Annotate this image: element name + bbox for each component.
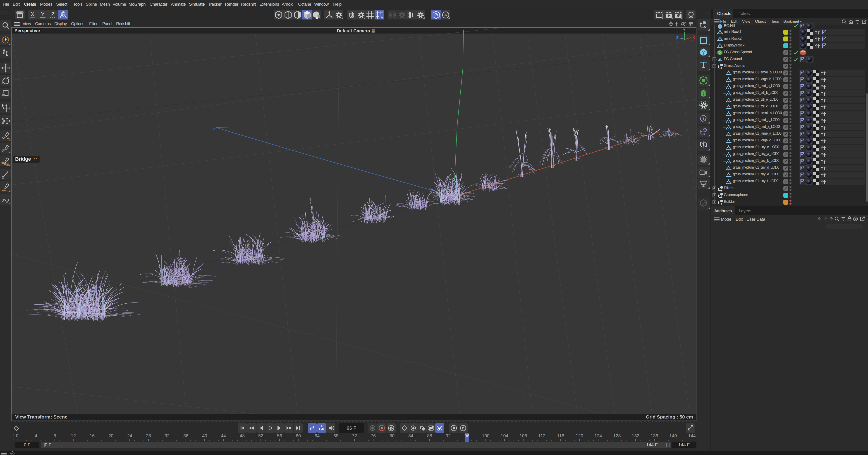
svg-text:92: 92 [446,433,451,438]
svg-text:124: 124 [594,433,602,438]
svg-text:A: A [381,426,383,430]
svg-text:44: 44 [221,433,226,438]
svg-text:A: A [444,13,447,17]
svg-text:100: 100 [482,433,489,438]
svg-text:76: 76 [371,433,376,438]
svg-text:128: 128 [613,433,621,438]
svg-text:116: 116 [557,433,564,438]
svg-text:88: 88 [427,433,432,438]
svg-text:A: A [321,425,323,428]
svg-text:36: 36 [183,433,188,438]
svg-text:Z: Z [51,11,55,17]
svg-text:32: 32 [164,433,169,438]
svg-text:40: 40 [202,433,207,438]
svg-text:48: 48 [240,433,245,438]
svg-text:64: 64 [315,433,319,438]
svg-text:140: 140 [669,433,677,438]
svg-text:20: 20 [108,433,114,438]
svg-text:8: 8 [54,433,56,438]
svg-text:136: 136 [650,433,658,438]
svg-text:Z: Z [676,35,679,40]
svg-text:12: 12 [71,433,76,438]
svg-text:0: 0 [16,433,18,438]
svg-text:X: X [692,35,695,40]
svg-text:72: 72 [352,433,357,438]
svg-text:120: 120 [576,433,583,438]
svg-text:16: 16 [90,433,95,438]
svg-text:4: 4 [35,433,37,438]
svg-text:104: 104 [501,433,508,438]
svg-text:Y: Y [683,28,686,32]
svg-text:132: 132 [632,433,639,438]
svg-text:28: 28 [146,433,151,438]
svg-text:84: 84 [408,433,413,438]
svg-text:68: 68 [333,433,338,438]
svg-text:60: 60 [296,433,301,438]
svg-text:80: 80 [390,433,395,438]
svg-text:56: 56 [277,433,282,438]
svg-text:96: 96 [464,433,469,438]
svg-text:Y: Y [41,11,44,17]
svg-text:24: 24 [127,433,132,438]
svg-text:52: 52 [258,433,263,438]
svg-text:X: X [31,11,34,17]
svg-text:108: 108 [520,433,527,438]
svg-text:144: 144 [688,433,695,438]
svg-text:112: 112 [538,433,546,438]
